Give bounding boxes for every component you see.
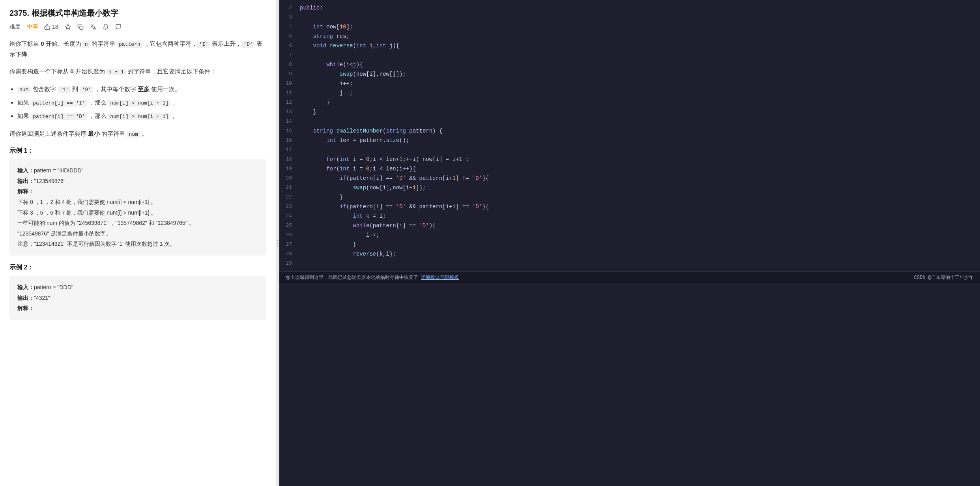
code-line-12: 12 } — [279, 98, 980, 107]
problem-title: 2375. 根据模式串构造最小数字 — [9, 8, 266, 19]
divider-dot — [277, 245, 279, 247]
code-line-27: 27 } — [279, 240, 980, 249]
example2-title: 示例 2： — [9, 264, 266, 272]
example2-explain: 解释： — [17, 303, 258, 314]
example1-title: 示例 1： — [9, 147, 266, 155]
code-line-5: 5 string res; — [279, 32, 980, 41]
example1-box: 输入：pattern = "IIIDIDDD" 输出："123549876" 解… — [9, 159, 266, 256]
code-area[interactable]: 2 public: 3 4 int now[10]; 5 string res;… — [279, 0, 980, 271]
example1-output: 输出："123549876" — [17, 176, 258, 187]
difficulty-label: 难度 — [9, 23, 21, 30]
code-line-21: 21 swap(now[i],now[i+1]); — [279, 183, 980, 193]
difficulty-row: 难度 中等 18 — [9, 23, 266, 30]
code-line-22: 22 } — [279, 193, 980, 202]
example2-box: 输入：pattern = "DDD" 输出："4321" 解释： — [9, 276, 266, 320]
problem-task: 你需要构造一个下标从 0 开始长度为 n + 1 的字符串，且它要满足以下条件： — [9, 66, 266, 77]
status-text: 您上次编辑到这里，代码已从您浏览器本地的临时存储中恢复了 还原默认代码模板 — [286, 274, 459, 281]
condition-2: 如果 pattern[i] == 'I' ，那么 num[i] < num[i … — [17, 97, 266, 108]
code-line-10: 10 i++; — [279, 79, 980, 88]
code-line-17: 17 — [279, 145, 980, 155]
difficulty-value: 中等 — [27, 23, 38, 30]
code-line-16: 16 int len = pattern.size(); — [279, 136, 980, 145]
share-button[interactable] — [77, 24, 84, 30]
csdn-watermark: CSDN @广东漂泊十三年少年 — [914, 274, 974, 281]
code-line-19: 19 for(int i = 0;i < len;i++){ — [279, 164, 980, 174]
example2-input: 输入：pattern = "DDD" — [17, 282, 258, 293]
svg-rect-1 — [80, 26, 83, 30]
code-line-13: 13 } — [279, 107, 980, 117]
translate-button[interactable] — [90, 24, 96, 30]
status-bar: 您上次编辑到这里，代码已从您浏览器本地的临时存储中恢复了 还原默认代码模板 CS… — [279, 271, 980, 283]
example1-explain: 解释： 下标 0 ，1 ，2 和 4 处，我们需要使 num[i] < num[… — [17, 186, 258, 249]
divider-dot — [277, 240, 279, 241]
svg-marker-0 — [65, 24, 70, 29]
condition-1: num 包含数字 '1' 到 '9' ，其中每个数字 至多 使用一次。 — [17, 83, 266, 95]
code-line-23: 23 if(pattern[i] == 'D' && pattern[i+1] … — [279, 202, 980, 211]
condition-list: num 包含数字 '1' 到 '9' ，其中每个数字 至多 使用一次。 如果 p… — [17, 83, 266, 122]
code-line-11: 11 j--; — [279, 88, 980, 98]
panel-divider[interactable] — [276, 0, 279, 486]
code-line-29: 29 — [279, 259, 980, 268]
code-line-14: 14 — [279, 117, 980, 126]
bell-button[interactable] — [103, 24, 109, 30]
problem-intro: 给你下标从 0 开始、长度为 n 的字符串 pattern ，它包含两种字符，'… — [9, 38, 266, 60]
code-line-18: 18 for(int i = 0;i < len+1;++i) now[i] =… — [279, 155, 980, 164]
code-line-28: 28 reverse(k,i); — [279, 249, 980, 259]
code-line-4: 4 int now[10]; — [279, 22, 980, 32]
code-line-7: 7 — [279, 50, 980, 60]
restore-link[interactable]: 还原默认代码模板 — [421, 275, 459, 280]
code-line-25: 25 while(pattern[i] == 'D'){ — [279, 221, 980, 230]
problem-return: 请你返回满足上述条件字典序 最小 的字符串 num 。 — [9, 128, 266, 139]
like-button[interactable]: 18 — [44, 24, 58, 30]
example1-input: 输入：pattern = "IIIDIDDD" — [17, 165, 258, 176]
star-button[interactable] — [65, 24, 71, 30]
comment-button[interactable] — [115, 24, 122, 30]
code-line-3: 3 — [279, 13, 980, 22]
code-line-2: 2 public: — [279, 3, 980, 13]
divider-dot — [277, 243, 279, 244]
example2-output: 输出："4321" — [17, 293, 258, 303]
code-line-20: 20 if(pattern[i] == 'D' && pattern[i+1] … — [279, 174, 980, 183]
problem-panel: 2375. 根据模式串构造最小数字 难度 中等 18 给你下标从 0 开始、长度… — [0, 0, 276, 486]
like-count: 18 — [52, 24, 58, 30]
code-line-24: 24 int k = i; — [279, 211, 980, 221]
code-line-6: 6 void reverse(int i,int j){ — [279, 41, 980, 50]
code-line-15: 15 string smallestNumber(string pattern)… — [279, 126, 980, 136]
condition-3: 如果 pattern[i] == 'D' ，那么 num[i] > num[i … — [17, 110, 266, 122]
code-line-26: 26 i++; — [279, 230, 980, 240]
code-editor-panel[interactable]: 2 public: 3 4 int now[10]; 5 string res;… — [279, 0, 980, 486]
code-line-8: 8 while(i<j){ — [279, 60, 980, 69]
code-line-9: 9 swap(now[i],now[j]); — [279, 69, 980, 79]
